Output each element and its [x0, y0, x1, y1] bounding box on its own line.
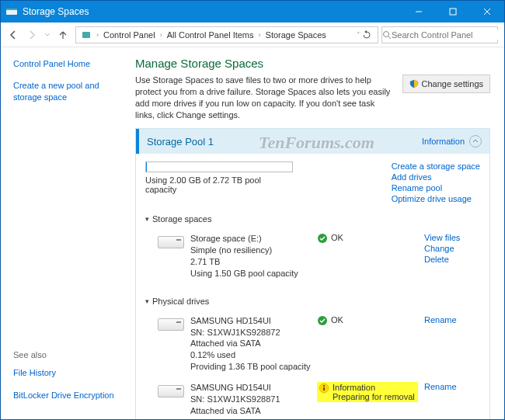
svg-rect-3: [450, 9, 456, 15]
capacity-text: Using 2.00 GB of 2.72 TB pool capacity: [145, 175, 293, 194]
delete-link[interactable]: Delete: [424, 255, 480, 264]
pool-header: Storage Pool 1 Information: [136, 129, 489, 154]
change-settings-button[interactable]: Change settings: [402, 75, 491, 93]
change-link[interactable]: Change: [424, 244, 480, 253]
storage-spaces-section: ▾ Storage spaces Storage space (E:) Simp…: [145, 214, 480, 285]
maximize-button[interactable]: [436, 1, 470, 23]
info-icon: [319, 383, 329, 394]
search-input[interactable]: [392, 30, 499, 40]
chevron-right-icon: ›: [158, 31, 164, 39]
pool-panel: Storage Pool 1 Information Using 2.00 GB…: [135, 128, 490, 419]
sidebar-bitlocker[interactable]: BitLocker Drive Encryption: [13, 390, 121, 401]
back-button[interactable]: [4, 26, 23, 44]
sidebar: Control Panel Home Create a new pool and…: [1, 47, 129, 419]
page-description: Use Storage Spaces to save files to two …: [135, 75, 395, 120]
nav-bar: › Control Panel › All Control Panel Item…: [1, 23, 504, 47]
chevron-right-icon: ›: [95, 31, 100, 39]
status-ok: OK: [317, 233, 418, 244]
app-icon: [5, 5, 18, 18]
breadcrumb-item[interactable]: Control Panel: [100, 30, 158, 40]
up-button[interactable]: [54, 26, 72, 44]
view-files-link[interactable]: View files: [424, 233, 480, 242]
search-icon: [382, 30, 392, 40]
status-info-highlighted: Information Preparing for removal: [317, 382, 418, 402]
chevron-down-icon: ▾: [145, 215, 149, 223]
chevron-down-icon: ▾: [145, 297, 149, 305]
close-button[interactable]: [470, 1, 504, 23]
svg-point-7: [384, 31, 389, 36]
breadcrumb-icon: [78, 30, 95, 40]
drive-icon: [158, 236, 184, 253]
shield-icon: [409, 79, 419, 89]
status-ok: OK: [317, 315, 418, 326]
add-drives-link[interactable]: Add drives: [392, 172, 480, 182]
section-title: Storage spaces: [152, 214, 211, 224]
sidebar-create-pool[interactable]: Create a new pool and storage space: [13, 80, 121, 102]
item-details: SAMSUNG HD154UI SN: S1XWJ1KS928871 Attac…: [190, 382, 311, 419]
section-title: Physical drives: [152, 297, 209, 306]
rename-pool-link[interactable]: Rename pool: [392, 183, 480, 193]
sidebar-file-history[interactable]: File History: [13, 367, 121, 378]
information-link[interactable]: Information: [422, 137, 465, 146]
svg-rect-12: [323, 387, 325, 390]
svg-rect-1: [6, 9, 17, 10]
svg-point-13: [323, 385, 325, 387]
svg-rect-6: [82, 32, 90, 38]
sidebar-home[interactable]: Control Panel Home: [13, 58, 121, 69]
check-icon: [317, 315, 328, 326]
forward-button[interactable]: [23, 26, 41, 44]
physical-drives-section: ▾ Physical drives SAMSUNG HD154UI SN: S1…: [145, 297, 480, 419]
drive-icon: [158, 318, 184, 335]
section-toggle[interactable]: ▾ Storage spaces: [145, 214, 480, 224]
content-area: TenForums.com Manage Storage Spaces Use …: [129, 47, 504, 419]
chevron-down-icon[interactable]: ˅: [355, 31, 362, 39]
create-space-link[interactable]: Create a storage space: [392, 161, 480, 171]
physical-drive-item: SAMSUNG HD154UI SN: S1XWJ1KS928871 Attac…: [145, 379, 480, 419]
rename-drive-link[interactable]: Rename: [424, 382, 480, 391]
refresh-button[interactable]: [362, 30, 376, 40]
physical-drive-item: SAMSUNG HD154UI SN: S1XWJ1KS928872 Attac…: [145, 312, 480, 379]
collapse-button[interactable]: [469, 135, 482, 148]
window-title: Storage Spaces: [23, 6, 402, 17]
search-box[interactable]: [381, 26, 498, 43]
see-also-label: See also: [13, 350, 121, 359]
optimize-link[interactable]: Optimize drive usage: [392, 194, 480, 203]
breadcrumb[interactable]: › Control Panel › All Control Panel Item…: [75, 26, 378, 43]
chevron-right-icon: ›: [257, 31, 263, 39]
rename-drive-link[interactable]: Rename: [424, 315, 480, 325]
item-details: SAMSUNG HD154UI SN: S1XWJ1KS928872 Attac…: [190, 315, 311, 373]
storage-space-item: Storage space (E:) Simple (no resiliency…: [145, 230, 480, 285]
minimize-button[interactable]: [402, 1, 436, 23]
change-settings-label: Change settings: [422, 79, 484, 89]
breadcrumb-item[interactable]: Storage Spaces: [263, 30, 329, 40]
item-details: Storage space (E:) Simple (no resiliency…: [190, 233, 311, 279]
section-toggle[interactable]: ▾ Physical drives: [145, 297, 480, 306]
drive-icon: [158, 385, 184, 402]
capacity-bar: [145, 161, 293, 172]
svg-line-8: [388, 36, 391, 39]
pool-name: Storage Pool 1: [147, 136, 422, 148]
page-heading: Manage Storage Spaces: [135, 57, 490, 70]
check-icon: [317, 233, 328, 244]
title-bar: Storage Spaces: [1, 1, 504, 23]
recent-dropdown[interactable]: [41, 26, 54, 44]
breadcrumb-item[interactable]: All Control Panel Items: [164, 30, 257, 40]
